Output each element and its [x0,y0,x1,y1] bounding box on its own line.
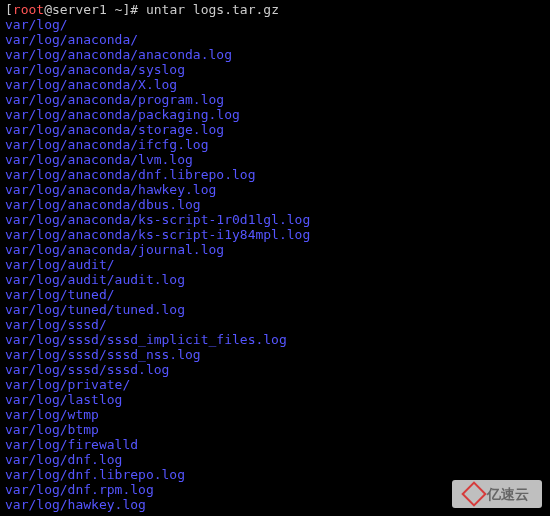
output-line: var/log/sssd/sssd_implicit_files.log [5,332,545,347]
output-line: var/log/wtmp [5,407,545,422]
output-line: var/log/sssd/sssd.log [5,362,545,377]
output-line: var/log/anaconda/ifcfg.log [5,137,545,152]
output-line: var/log/anaconda/dbus.log [5,197,545,212]
output-line: var/log/lastlog [5,392,545,407]
output-line: var/log/anaconda/ks-script-1r0d1lgl.log [5,212,545,227]
output-line: var/log/audit/ [5,257,545,272]
output-line: var/log/anaconda/lvm.log [5,152,545,167]
watermark-badge: 亿速云 [452,480,542,508]
output-line: var/log/anaconda/packaging.log [5,107,545,122]
output-line: var/log/private/ [5,377,545,392]
output-line: var/log/tuned/ [5,287,545,302]
output-line: var/log/anaconda/dnf.librepo.log [5,167,545,182]
prompt-open-bracket: [ [5,2,13,17]
terminal-output: [root@server1 ~]# untar logs.tar.gz var/… [5,2,545,512]
prompt-space [107,2,115,17]
prompt-line: [root@server1 ~]# untar logs.tar.gz [5,2,545,17]
output-line: var/log/ [5,17,545,32]
output-line: var/log/firewalld [5,437,545,452]
output-line: var/log/dnf.log [5,452,545,467]
output-line: var/log/btmp [5,422,545,437]
command-text: untar logs.tar.gz [146,2,279,17]
output-line: var/log/tuned/tuned.log [5,302,545,317]
output-line: var/log/sssd/sssd_nss.log [5,347,545,362]
prompt-user: root [13,2,44,17]
output-line: var/log/anaconda/storage.log [5,122,545,137]
output-line: var/log/sssd/ [5,317,545,332]
watermark-logo-icon [465,485,483,503]
output-line: var/log/anaconda/journal.log [5,242,545,257]
output-line: var/log/anaconda/X.log [5,77,545,92]
prompt-at: @ [44,2,52,17]
output-line: var/log/anaconda/syslog [5,62,545,77]
prompt-hash: # [130,2,146,17]
output-line: var/log/anaconda/ks-script-i1y84mpl.log [5,227,545,242]
output-line: var/log/anaconda/anaconda.log [5,47,545,62]
watermark-text: 亿速云 [487,487,529,502]
output-line: var/log/anaconda/hawkey.log [5,182,545,197]
prompt-host: server1 [52,2,107,17]
output-line: var/log/audit/audit.log [5,272,545,287]
output-line: var/log/anaconda/program.log [5,92,545,107]
output-line: var/log/anaconda/ [5,32,545,47]
